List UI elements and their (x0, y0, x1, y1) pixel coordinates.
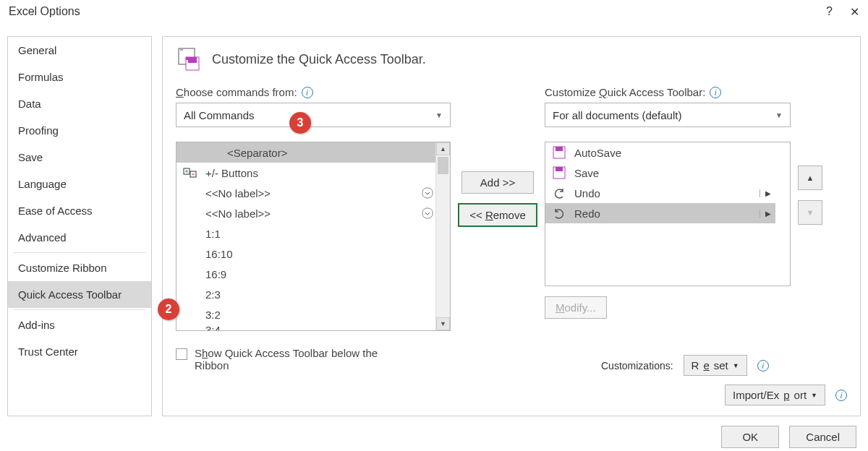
titlebar: Excel Options ? ✕ (0, 0, 868, 23)
list-item[interactable]: 1:1 (176, 223, 435, 244)
plus-minus-icon (182, 168, 198, 178)
list-item[interactable]: 3:2 (176, 304, 435, 325)
svg-rect-9 (556, 147, 563, 151)
info-icon[interactable]: i (757, 360, 769, 371)
save-icon (551, 166, 567, 179)
svg-rect-7 (422, 208, 433, 218)
customizations-label: Customizations: (601, 360, 673, 371)
undo-icon (551, 186, 567, 199)
scrollbar[interactable]: ▲ ▼ (435, 142, 450, 330)
scroll-up-button[interactable]: ▲ (436, 142, 450, 155)
sidebar-item-proofing[interactable]: Proofing (8, 117, 151, 144)
move-up-button[interactable]: ▲ (798, 166, 822, 190)
close-button[interactable]: ✕ (850, 5, 859, 19)
choose-commands-section: Choose commands from: i All Commands ▼ <… (176, 86, 451, 371)
redo-icon (551, 207, 567, 220)
main-panel: Customize the Quick Access Toolbar. Choo… (162, 36, 861, 416)
chevron-down-icon: ▼ (775, 111, 783, 119)
qat-heading-icon (176, 47, 203, 72)
sidebar-item-add-ins[interactable]: Add-ins (8, 312, 151, 338)
excel-options-dialog: Excel Options ? ✕ General Formulas Data … (0, 0, 868, 451)
list-item-redo[interactable]: Redo ▶ (545, 203, 775, 223)
list-item[interactable]: 16:10 (176, 244, 435, 264)
modify-button: Modify... (545, 296, 607, 319)
chevron-down-icon: ▼ (435, 111, 443, 119)
sidebar-item-language[interactable]: Language (8, 171, 151, 197)
list-item[interactable]: +/- Buttons (176, 163, 435, 183)
add-button[interactable]: Add >> (461, 171, 534, 194)
list-item-autosave[interactable]: AutoSave (545, 142, 775, 163)
info-icon[interactable]: i (710, 87, 721, 98)
sidebar-separator (14, 309, 145, 310)
available-commands-listbox[interactable]: <Separator> +/- Buttons <<No label>> <<N… (176, 142, 451, 331)
add-remove-section: Add >> << Remove (451, 86, 545, 371)
help-button[interactable]: ? (826, 5, 833, 18)
list-item[interactable]: <<No label>> (176, 203, 435, 223)
sidebar-item-formulas[interactable]: Formulas (8, 64, 151, 90)
scroll-down-button[interactable]: ▼ (436, 317, 450, 330)
move-down-button: ▼ (798, 200, 822, 225)
sidebar-item-trust-center[interactable]: Trust Center (8, 338, 151, 365)
sidebar-item-data[interactable]: Data (8, 90, 151, 117)
sidebar-separator (14, 252, 145, 253)
split-indicator-icon: ▶ (760, 189, 775, 197)
heading-text: Customize the Quick Access Toolbar. (212, 52, 426, 67)
reset-button[interactable]: Reset ▼ (684, 355, 747, 376)
ok-button[interactable]: OK (721, 426, 779, 448)
choose-commands-label: Choose commands from: (176, 86, 297, 98)
info-icon[interactable]: i (835, 390, 847, 401)
sidebar-item-customize-ribbon[interactable]: Customize Ribbon (8, 254, 151, 281)
customizations-section: Customizations: Reset ▼ i Import/Export … (601, 346, 847, 405)
svg-rect-6 (422, 188, 433, 198)
sidebar-item-advanced[interactable]: Advanced (8, 224, 151, 251)
sidebar-item-ease-of-access[interactable]: Ease of Access (8, 197, 151, 224)
split-indicator-icon: ▶ (760, 210, 775, 218)
customize-qat-section: Customize Quick Access Toolbar: i For al… (545, 86, 791, 371)
sidebar-item-general[interactable]: General (8, 37, 151, 64)
category-sidebar: General Formulas Data Proofing Save Lang… (7, 36, 152, 416)
current-qat-listbox[interactable]: AutoSave Save Undo ▶ (545, 142, 791, 286)
dropdown-indicator-icon (420, 207, 435, 219)
list-item-save[interactable]: Save (545, 163, 775, 183)
reorder-section: ▲ ▼ (798, 86, 827, 371)
dialog-title: Excel Options (9, 5, 826, 18)
annotation-callout-2: 2 (158, 298, 179, 320)
sidebar-item-quick-access-toolbar[interactable]: Quick Access Toolbar (8, 281, 151, 308)
list-item-separator[interactable]: <Separator> (176, 142, 435, 163)
svg-rect-3 (186, 57, 189, 60)
choose-commands-combo[interactable]: All Commands ▼ (176, 103, 451, 127)
dialog-footer: OK Cancel (721, 426, 856, 448)
info-icon[interactable]: i (302, 87, 313, 98)
cancel-button[interactable]: Cancel (789, 426, 856, 448)
dropdown-indicator-icon (420, 187, 435, 199)
list-item[interactable]: 2:3 (176, 284, 435, 304)
list-item[interactable]: 16:9 (176, 264, 435, 284)
list-item[interactable]: <<No label>> (176, 183, 435, 203)
remove-button[interactable]: << Remove (459, 204, 537, 226)
show-qat-below-ribbon-label: Show Quick Access Toolbar below the Ribb… (195, 347, 412, 371)
annotation-callout-3: 3 (289, 112, 311, 134)
svg-rect-11 (556, 167, 563, 171)
import-export-button[interactable]: Import/Export ▼ (725, 385, 825, 405)
list-item-undo[interactable]: Undo ▶ (545, 183, 775, 203)
svg-rect-2 (188, 57, 197, 63)
customize-qat-scope-combo[interactable]: For all documents (default) ▼ (545, 103, 791, 127)
save-icon (551, 146, 567, 159)
list-item[interactable]: 3:4 (176, 325, 435, 330)
scroll-thumb[interactable] (438, 157, 448, 174)
customize-qat-label: Customize Quick Access Toolbar: (545, 86, 705, 98)
sidebar-item-save[interactable]: Save (8, 144, 151, 171)
show-qat-below-ribbon-checkbox[interactable] (176, 348, 187, 360)
